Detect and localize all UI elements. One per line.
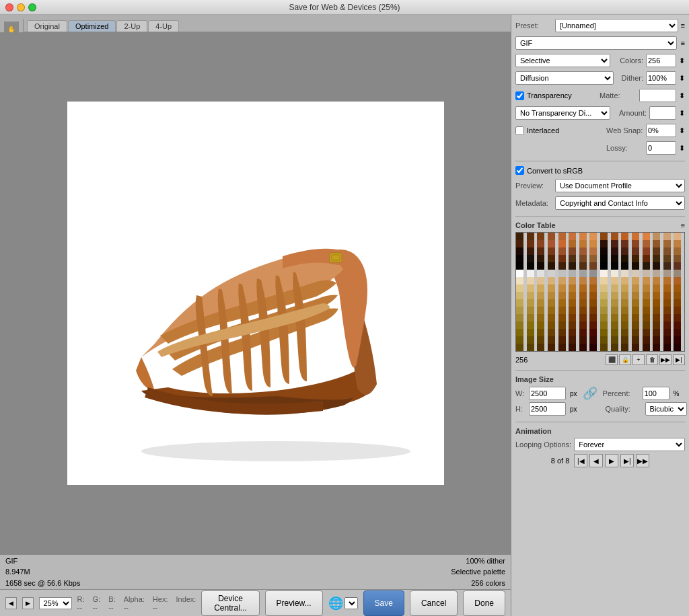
- web-snap-input[interactable]: [646, 124, 676, 137]
- color-cell[interactable]: [516, 336, 523, 344]
- color-cell[interactable]: [516, 299, 523, 307]
- color-cell[interactable]: [548, 336, 555, 344]
- maximize-button[interactable]: [28, 3, 36, 11]
- color-cell[interactable]: [527, 307, 534, 314]
- color-cell[interactable]: [611, 336, 618, 344]
- color-cell[interactable]: [548, 277, 555, 284]
- color-cell[interactable]: [589, 277, 597, 284]
- color-cell[interactable]: [632, 336, 639, 344]
- color-cell[interactable]: [674, 277, 681, 284]
- color-cell[interactable]: [558, 233, 566, 240]
- zoom-select[interactable]: 25%: [39, 597, 72, 609]
- color-cell[interactable]: [663, 307, 671, 314]
- looping-select[interactable]: Forever: [574, 438, 685, 451]
- preset-menu-icon[interactable]: ≡: [681, 22, 685, 30]
- color-cell[interactable]: [621, 262, 628, 270]
- color-cell[interactable]: [569, 321, 576, 329]
- color-cell[interactable]: [569, 277, 576, 284]
- color-cell[interactable]: [558, 292, 566, 299]
- color-cell[interactable]: [589, 270, 597, 277]
- color-cell[interactable]: [674, 329, 681, 336]
- color-cell[interactable]: [527, 255, 534, 262]
- color-cell[interactable]: [558, 329, 566, 336]
- color-cell[interactable]: [643, 307, 650, 314]
- color-cell[interactable]: [653, 277, 660, 284]
- color-cell[interactable]: [589, 329, 597, 336]
- color-cell[interactable]: [674, 314, 681, 321]
- color-cell[interactable]: [527, 344, 534, 351]
- width-input[interactable]: [529, 387, 566, 400]
- anim-next-btn[interactable]: ▶|: [620, 454, 634, 467]
- color-cell[interactable]: [569, 270, 576, 277]
- color-cell[interactable]: [621, 329, 628, 336]
- color-cell[interactable]: [589, 292, 597, 299]
- color-cell[interactable]: [589, 255, 597, 262]
- color-cell[interactable]: [516, 255, 523, 262]
- color-cell[interactable]: [663, 240, 671, 247]
- color-cell[interactable]: [643, 314, 650, 321]
- color-table-grid[interactable]: [515, 232, 685, 352]
- anim-last-btn[interactable]: ▶▶: [636, 454, 649, 467]
- color-cell[interactable]: [537, 299, 544, 307]
- lossy-input[interactable]: [646, 141, 676, 155]
- color-cell[interactable]: [537, 240, 544, 247]
- nav-left-button[interactable]: ◀: [5, 597, 17, 609]
- color-cell[interactable]: [643, 270, 650, 277]
- color-cell[interactable]: [527, 240, 534, 247]
- color-cell[interactable]: [537, 292, 544, 299]
- color-cell[interactable]: [558, 240, 566, 247]
- close-button[interactable]: [5, 3, 13, 11]
- color-cell[interactable]: [589, 314, 597, 321]
- color-cell[interactable]: [632, 255, 639, 262]
- color-cell[interactable]: [548, 292, 555, 299]
- color-cell[interactable]: [548, 344, 555, 351]
- color-cell[interactable]: [600, 314, 608, 321]
- color-cell[interactable]: [632, 247, 639, 255]
- color-table-menu[interactable]: ≡: [681, 221, 685, 229]
- color-cell[interactable]: [569, 255, 576, 262]
- color-cell[interactable]: [537, 270, 544, 277]
- color-cell[interactable]: [548, 321, 555, 329]
- lossy-stepper[interactable]: ⬍: [679, 144, 685, 153]
- color-cell[interactable]: [643, 336, 650, 344]
- color-cell[interactable]: [674, 307, 681, 314]
- color-cell[interactable]: [527, 270, 534, 277]
- cancel-button[interactable]: Cancel: [410, 590, 458, 616]
- color-cell[interactable]: [548, 314, 555, 321]
- color-cell[interactable]: [643, 255, 650, 262]
- color-cell[interactable]: [663, 336, 671, 344]
- color-cell[interactable]: [643, 262, 650, 270]
- color-cell[interactable]: [516, 292, 523, 299]
- color-cell[interactable]: [653, 292, 660, 299]
- color-cell[interactable]: [674, 336, 681, 344]
- ct-add-btn[interactable]: +: [632, 354, 645, 365]
- tab-4up[interactable]: 4-Up: [148, 20, 179, 32]
- color-cell[interactable]: [643, 329, 650, 336]
- color-cell[interactable]: [579, 270, 587, 277]
- color-cell[interactable]: [516, 262, 523, 270]
- color-cell[interactable]: [537, 247, 544, 255]
- ct-del-btn[interactable]: 🗑: [646, 354, 658, 365]
- color-cell[interactable]: [589, 336, 597, 344]
- color-cell[interactable]: [674, 255, 681, 262]
- color-cell[interactable]: [558, 336, 566, 344]
- preview-select[interactable]: Use Document Profile: [555, 179, 685, 192]
- color-cell[interactable]: [548, 247, 555, 255]
- ct-lock-btn[interactable]: 🔒: [619, 354, 631, 365]
- color-cell[interactable]: [548, 240, 555, 247]
- color-cell[interactable]: [600, 277, 608, 284]
- color-cell[interactable]: [653, 307, 660, 314]
- color-cell[interactable]: [558, 321, 566, 329]
- color-cell[interactable]: [516, 329, 523, 336]
- color-cell[interactable]: [537, 233, 544, 240]
- color-cell[interactable]: [600, 240, 608, 247]
- color-cell[interactable]: [516, 314, 523, 321]
- color-cell[interactable]: [579, 307, 587, 314]
- color-cell[interactable]: [579, 292, 587, 299]
- matte-stepper[interactable]: ⬍: [679, 91, 685, 100]
- dither-input[interactable]: [646, 71, 676, 85]
- color-cell[interactable]: [558, 284, 566, 292]
- color-cell[interactable]: [537, 284, 544, 292]
- color-cell[interactable]: [537, 321, 544, 329]
- color-cell[interactable]: [548, 307, 555, 314]
